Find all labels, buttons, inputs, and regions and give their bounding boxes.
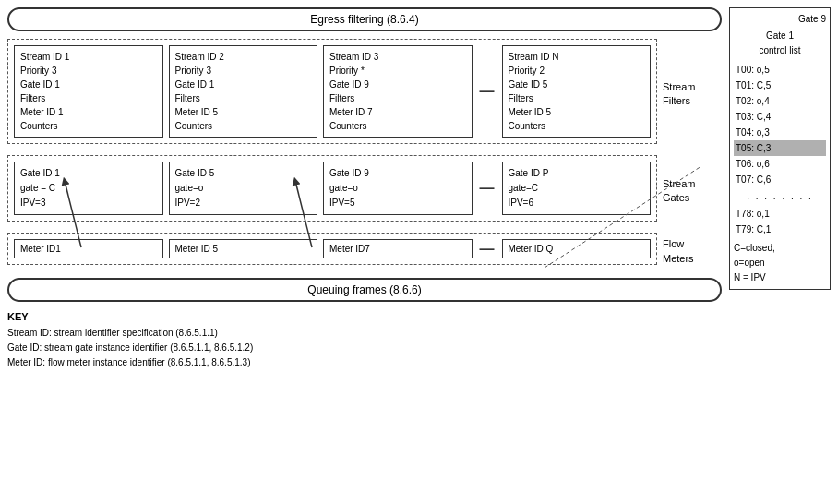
gate-panel-legend: C=closed,o=openN = IPV (734, 241, 826, 285)
key-line-3: Meter ID: flow meter instance identifier… (7, 355, 722, 370)
stream-filter-3: Stream ID 3 Priority * Gate ID 9 Filters… (323, 45, 473, 138)
gate-panel-list-2: T78: o,1 T79: C,1 (734, 206, 826, 237)
gate-1: Gate ID 1 gate = C IPV=3 (14, 162, 163, 215)
meter-5: Meter ID 5 (169, 239, 318, 258)
dash-1: — (478, 45, 497, 138)
stream-filters-section: Stream ID 1 Priority 3 Gate ID 1 Filters… (7, 39, 722, 150)
gates-row: Gate ID 1 gate = C IPV=3 Gate ID 5 gate=… (14, 162, 651, 215)
gate-9: Gate ID 9 gate=o IPV=5 (323, 162, 473, 215)
dash-3: — (478, 239, 497, 258)
stream-filter-4: Stream ID N Priority 2 Gate ID 5 Filters… (502, 45, 652, 138)
queuing-title: Queuing frames (8.6.6) (307, 283, 421, 296)
main-container: Egress filtering (8.6.4) Stream ID 1 Pri… (7, 7, 831, 370)
gate-p: Gate ID P gate=C IPV=6 (502, 162, 652, 215)
key-line-2: Gate ID: stream gate instance identifier… (7, 341, 722, 355)
stream-gates-box: Gate ID 1 gate = C IPV=3 Gate ID 5 gate=… (7, 155, 657, 222)
gate-row-t01: T01: C,5 (734, 78, 826, 93)
stream-filter-2: Stream ID 2 Priority 3 Gate ID 1 Filters… (169, 45, 318, 138)
meter-7: Meter ID7 (323, 239, 473, 258)
diagram-area: Egress filtering (8.6.4) Stream ID 1 Pri… (7, 7, 722, 370)
meter-1: Meter ID1 (14, 239, 163, 258)
gate-row-t05: T05: C,3 (734, 140, 826, 156)
gate-row-t04: T04: o,3 (734, 125, 826, 140)
dash-2: — (478, 162, 497, 215)
gate-row-t03: T03: C,4 (734, 109, 826, 125)
gate-row-t78: T78: o,1 (734, 206, 826, 222)
stream-filters-label: StreamFilters (657, 80, 722, 109)
stream-filters-box: Stream ID 1 Priority 3 Gate ID 1 Filters… (7, 39, 657, 144)
stream-gates-section: Gate ID 1 gate = C IPV=3 Gate ID 5 gate=… (7, 155, 722, 227)
stream-filter-1: Stream ID 1 Priority 3 Gate ID 1 Filters… (14, 45, 163, 138)
meters-row: Meter ID1 Meter ID 5 Meter ID7 — Meter I… (14, 239, 651, 258)
stream-filters-row: Stream ID 1 Priority 3 Gate ID 1 Filters… (14, 45, 651, 138)
key-section: KEY Stream ID: stream identifier specifi… (7, 309, 722, 370)
key-title: KEY (7, 309, 722, 326)
stream-gates-label: StreamGates (657, 177, 722, 206)
flow-meters-label: FlowMeters (657, 237, 722, 266)
gate-row-t07: T07: C,6 (734, 172, 826, 187)
gate-5: Gate ID 5 gate=o IPV=2 (169, 162, 318, 215)
egress-title: Egress filtering (8.6.4) (310, 13, 418, 26)
gate-row-t06: T06: o,6 (734, 156, 826, 172)
gate-panel-subtitle: Gate 1control list (734, 29, 826, 58)
egress-pill: Egress filtering (8.6.4) (7, 7, 722, 31)
gate-panel-dots: . . . . . . . . (734, 189, 826, 204)
flow-meters-section: Meter ID1 Meter ID 5 Meter ID7 — Meter I… (7, 233, 722, 270)
gate-panel-title: Gate 9 (734, 12, 826, 27)
gate-panel-list: T00: o,5 T01: C,5 T02: o,4 T03: C,4 T04:… (734, 62, 826, 187)
meter-q: Meter ID Q (502, 239, 652, 258)
gate-row-t79: T79: C,1 (734, 222, 826, 237)
gate-row-t02: T02: o,4 (734, 93, 826, 109)
flow-meters-box: Meter ID1 Meter ID 5 Meter ID7 — Meter I… (7, 233, 657, 265)
key-line-1: Stream ID: stream identifier specificati… (7, 326, 722, 341)
gate-row-t00: T00: o,5 (734, 62, 826, 78)
queuing-pill: Queuing frames (8.6.6) (7, 278, 722, 302)
gate-panel: Gate 9 Gate 1control list T00: o,5 T01: … (729, 7, 831, 290)
